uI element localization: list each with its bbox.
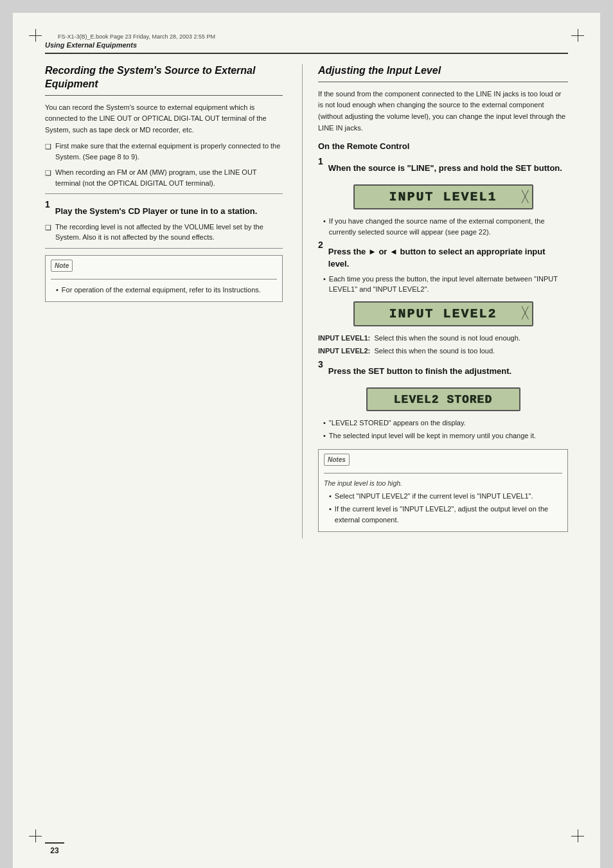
lcd-display-2: INPUT LEVEL2 ╲╱╱╲ bbox=[353, 301, 533, 326]
page: FS-X1-3(B)_E.book Page 23 Friday, March … bbox=[13, 13, 600, 868]
right-step3-number: 3 bbox=[318, 359, 323, 369]
right-step2-title: Press the ► or ◄ button to select an app… bbox=[328, 246, 568, 269]
note-text-item: • For operation of the external equipmen… bbox=[56, 285, 277, 296]
step3-bullet2: • The selected input level will be kept … bbox=[323, 430, 568, 441]
right-notes-label: Notes bbox=[324, 454, 350, 466]
right-notes-box: Notes The input level is too high. • Sel… bbox=[318, 449, 568, 532]
page-number: 23 bbox=[45, 842, 64, 855]
checkbox-item-1: ❑ First make sure that the external equi… bbox=[45, 141, 283, 162]
right-step2-bullet: • Each time you press the button, the in… bbox=[323, 274, 568, 295]
right-step3-title: Press the SET button to finish the adjus… bbox=[328, 366, 511, 377]
bullet-icon-1: • bbox=[323, 216, 326, 237]
input-level2-label: INPUT LEVEL2: bbox=[318, 347, 370, 355]
input-level2-def: INPUT LEVEL2: Select this when the sound… bbox=[318, 346, 568, 357]
bullet-icon-3a: • bbox=[323, 418, 326, 429]
right-step2-line: 2 Press the ► or ◄ button to select an a… bbox=[318, 240, 568, 273]
note-box: Note • For operation of the external equ… bbox=[45, 255, 283, 303]
note-divider bbox=[51, 279, 277, 279]
checkbox-icon-2: ❑ bbox=[45, 168, 51, 188]
right-intro: If the sound from the component connecte… bbox=[318, 89, 568, 134]
notes-italic: The input level is too high. bbox=[324, 479, 562, 489]
right-step2-bullet-text: Each time you press the button, the inpu… bbox=[329, 274, 568, 295]
notes-bullet1-text: Select "INPUT LEVEL2" if the current lev… bbox=[335, 491, 533, 502]
notes-divider bbox=[324, 473, 562, 474]
crosshair-br bbox=[571, 829, 584, 842]
lcd1-arrows: ╲╱╱╲ bbox=[522, 191, 528, 204]
notes-bullet-icon-1: • bbox=[329, 491, 332, 502]
checkbox-text-2: When recording an FM or AM (MW) program,… bbox=[55, 167, 283, 188]
note-text: For operation of the external equipment,… bbox=[62, 285, 261, 296]
notes-bullet-icon-2: • bbox=[329, 504, 332, 525]
crosshair-tr bbox=[571, 29, 584, 42]
file-label: FS-X1-3(B)_E.book Page 23 Friday, March … bbox=[58, 33, 215, 40]
right-section-title: Adjusting the Input Level bbox=[318, 64, 568, 82]
lcd2-arrows: ╲╱╱╲ bbox=[522, 307, 528, 320]
step1-title: Play the System's CD Player or tune in t… bbox=[55, 206, 257, 217]
right-step1-bullet: • If you have changed the source name of… bbox=[323, 216, 568, 237]
two-column-layout: Recording the System's Source to Externa… bbox=[45, 64, 568, 538]
right-step1-bullet-text: If you have changed the source name of t… bbox=[329, 216, 568, 237]
step3-bullet1: • "LEVEL2 STORED" appears on the display… bbox=[323, 418, 568, 429]
notes-bullet2-text: If the current level is "INPUT LEVEL2", … bbox=[335, 504, 562, 525]
step3-bullet2-text: The selected input level will be kept in… bbox=[329, 430, 536, 441]
left-intro: You can record the System's source to ex… bbox=[45, 102, 283, 136]
step3-bullet1-text: "LEVEL2 STORED" appears on the display. bbox=[329, 418, 466, 429]
right-column: Adjusting the Input Level If the sound f… bbox=[302, 64, 568, 538]
lcd-display-1: INPUT LEVEL1 ╲╱╱╲ bbox=[353, 184, 533, 209]
bullet-icon-3b: • bbox=[323, 430, 326, 441]
checkbox-text-1: First make sure that the external equipm… bbox=[55, 141, 283, 162]
step1-number: 1 bbox=[45, 199, 50, 209]
lcd3-text: LEVEL2 STORED bbox=[394, 393, 492, 406]
section-header-text: Using External Equipments bbox=[45, 41, 137, 49]
step1-line: 1 Play the System's CD Player or tune in… bbox=[45, 199, 283, 221]
lcd1-text: INPUT LEVEL1 bbox=[389, 190, 497, 204]
input-level1-desc: Select this when the sound is not loud e… bbox=[374, 334, 520, 342]
note-bullet: • bbox=[56, 285, 58, 296]
step1-note-item: ❑ The recording level is not affected by… bbox=[45, 222, 283, 243]
checkbox-item-2: ❑ When recording an FM or AM (MW) progra… bbox=[45, 167, 283, 188]
right-step1-number: 1 bbox=[318, 156, 323, 166]
lcd2-text: INPUT LEVEL2 bbox=[389, 306, 497, 321]
divider-1 bbox=[45, 193, 283, 194]
input-level1-label: INPUT LEVEL1: bbox=[318, 334, 370, 342]
notes-bullet2: • If the current level is "INPUT LEVEL2"… bbox=[329, 504, 562, 525]
page-header: Using External Equipments bbox=[45, 39, 568, 54]
lcd-display-3: LEVEL2 STORED bbox=[366, 387, 520, 411]
step1-note-text: The recording level is not affected by t… bbox=[55, 222, 283, 243]
right-step2-number: 2 bbox=[318, 240, 323, 250]
left-column: Recording the System's Source to Externa… bbox=[45, 64, 283, 538]
notes-bullet1: • Select "INPUT LEVEL2" if the current l… bbox=[329, 491, 562, 502]
bullet-icon-2: • bbox=[323, 274, 326, 295]
crosshair-bl bbox=[29, 829, 42, 842]
left-section-title: Recording the System's Source to Externa… bbox=[45, 64, 283, 96]
right-step1-title: When the source is "LINE", press and hol… bbox=[328, 163, 562, 174]
step1-note-icon: ❑ bbox=[45, 222, 51, 243]
right-step1-line: 1 When the source is "LINE", press and h… bbox=[318, 156, 568, 178]
crosshair-tl bbox=[29, 29, 42, 42]
note-label: Note bbox=[51, 260, 73, 272]
right-step3-line: 3 Press the SET button to finish the adj… bbox=[318, 359, 568, 381]
on-remote-control: On the Remote Control bbox=[318, 141, 568, 151]
input-level1-def: INPUT LEVEL1: Select this when the sound… bbox=[318, 333, 568, 344]
checkbox-icon-1: ❑ bbox=[45, 141, 51, 162]
divider-2 bbox=[45, 248, 283, 249]
input-level2-desc: Select this when the sound is too loud. bbox=[374, 347, 495, 355]
